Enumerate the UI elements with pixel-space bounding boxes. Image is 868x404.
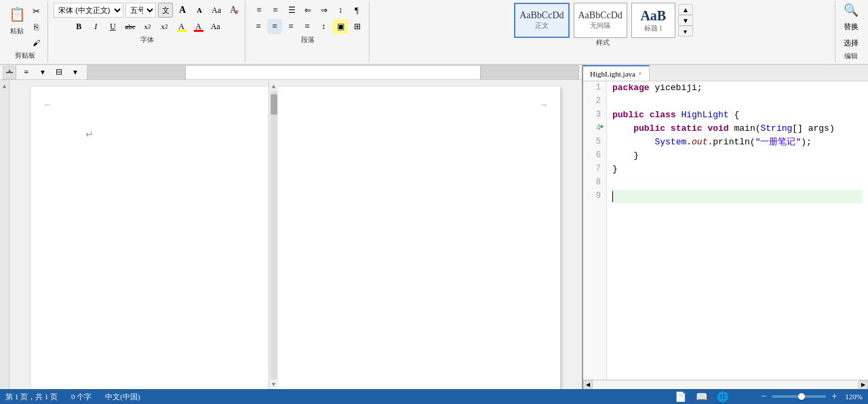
decrease-indent-button[interactable]: ⇐ — [300, 3, 315, 18]
sort-button[interactable]: ↕ — [333, 3, 348, 18]
shading-fill-button[interactable]: ▣ — [332, 19, 349, 34]
code-content[interactable]: package yicebiji; public class HighLight… — [607, 81, 868, 380]
scroll-track[interactable] — [271, 91, 277, 380]
font-name-select[interactable]: 宋体 (中文正文) — [54, 3, 123, 18]
shrink-font-button[interactable]: A — [192, 3, 207, 18]
clear-format-button[interactable]: A✗ — [226, 3, 241, 18]
list-dropdown[interactable]: ▼ — [35, 65, 50, 80]
styles-expand[interactable]: ▾ — [678, 26, 693, 37]
indent-level-btn[interactable]: ⊟ — [52, 65, 66, 80]
line-num-6: 6 — [589, 149, 601, 163]
align-center-button[interactable]: ≡ — [267, 19, 282, 34]
line-num-2: 2 — [589, 95, 601, 108]
styles-scroll-up[interactable]: ▲ — [678, 4, 693, 15]
code-line-2[interactable] — [612, 95, 863, 108]
grow-font-button[interactable]: A — [175, 3, 190, 18]
indent-level-dropdown[interactable]: ▼ — [68, 65, 83, 80]
code-line-7[interactable]: } — [612, 163, 863, 176]
format-painter-button[interactable]: 🖌 — [28, 35, 43, 50]
styles-scroll-down[interactable]: ▼ — [678, 15, 693, 26]
code-line-1[interactable]: package yicebiji; — [612, 81, 863, 95]
strikethrough-button[interactable]: abc — [122, 19, 138, 34]
cut-button[interactable]: ✂ — [28, 4, 43, 19]
font-size-select[interactable]: 五号 — [125, 3, 156, 18]
scroll-thumb[interactable] — [271, 94, 277, 115]
java-tab-close-btn[interactable]: × — [638, 70, 642, 77]
java-bottom-scrollbar[interactable]: ◀ ▶ — [583, 380, 868, 389]
ruler-toggle[interactable] — [3, 66, 16, 79]
subscript-button[interactable]: x2 — [140, 19, 155, 34]
cl-highlight: HighLight — [681, 108, 728, 123]
line-num-9: 9 — [589, 190, 601, 203]
document-page[interactable]: ⌐ ¬ └ ┘ ↵ — [31, 87, 560, 389]
code-line-4[interactable]: public static void main( String [] args) — [612, 122, 863, 136]
code-line-3[interactable]: public class HighLight { — [612, 108, 863, 122]
edit-group: 🔍 替换 选择 编辑 — [837, 1, 865, 62]
scroll-up-btn[interactable]: ▲ — [271, 83, 277, 89]
vertical-scrollbar[interactable]: ▲ ▼ — [269, 81, 278, 389]
change-case-button[interactable]: Aa — [209, 3, 224, 18]
code-line-6[interactable]: } — [612, 149, 863, 163]
zoom-out-btn[interactable]: − — [758, 391, 769, 402]
align-right-button[interactable]: ≡ — [283, 19, 298, 34]
bold-button[interactable]: B — [71, 19, 86, 34]
wen-special-button[interactable]: 文 — [158, 3, 173, 18]
bullets-button[interactable]: ≡ — [252, 3, 267, 18]
copy-button[interactable]: ⎘ — [28, 20, 43, 35]
line-spacing-button[interactable]: ↕ — [316, 19, 331, 34]
text-highlight-button[interactable]: A — [174, 19, 189, 34]
page-corner-tl: ⌐ — [45, 100, 50, 110]
list-style-btn[interactable]: ≡ — [19, 65, 34, 80]
sp-4c: main( — [729, 122, 761, 136]
indent-6: } — [612, 149, 639, 163]
italic-button[interactable]: I — [88, 19, 103, 34]
page-info: 第 1 页，共 1 页 — [5, 392, 58, 402]
style-normal[interactable]: AaBbCcDd 正文 — [514, 3, 569, 38]
superscript-button[interactable]: x2 — [157, 19, 172, 34]
line-num-3: 3 — [589, 108, 601, 122]
style-heading1[interactable]: AaB 标题 1 — [631, 3, 675, 38]
style-nospace[interactable]: AaBbCcDd 无间隔 — [574, 3, 627, 38]
select-button[interactable]: 选择 — [841, 35, 861, 50]
print-view-btn[interactable]: 📄 — [672, 389, 689, 404]
replace-button[interactable]: 替换 — [841, 19, 861, 34]
code-line-5[interactable]: System . out .println( "一册笔记" ); — [612, 136, 863, 149]
zoom-area: − + 120% — [758, 391, 863, 402]
increase-indent-button[interactable]: ⇒ — [317, 3, 332, 18]
align-left-button[interactable]: ≡ — [251, 19, 266, 34]
show-marks-button[interactable]: ¶ — [349, 3, 364, 18]
code-line-8[interactable] — [612, 176, 863, 190]
page-info-text: 第 1 页，共 1 页 — [5, 392, 58, 402]
borders-button[interactable]: ⊞ — [350, 19, 365, 34]
scroll-down-btn[interactable]: ▼ — [271, 381, 277, 388]
multilevel-button[interactable]: ☰ — [284, 3, 299, 18]
toolbar-row-1: 📋 粘贴 ✂ ⎘ 🖌 剪贴板 宋体 (中文正文) 五号 文 — [0, 0, 868, 64]
shading-button[interactable]: Aa — [208, 19, 223, 34]
word-editor: ≡ ▼ ⊟ ▼ ▲ — [0, 65, 583, 389]
char-count-text: 0 个字 — [71, 392, 92, 402]
zoom-thumb[interactable] — [798, 393, 805, 400]
sp-3a — [644, 108, 650, 123]
full-read-btn[interactable]: 📖 — [693, 389, 710, 404]
zoom-slider[interactable] — [772, 395, 826, 398]
editor-scroll[interactable]: ▲ ⌐ ¬ └ ┘ ↵ — [0, 80, 582, 389]
zoom-level: 120% — [845, 392, 863, 401]
style-nospace-text: AaBbCcDd — [578, 10, 623, 21]
code-line-9[interactable] — [612, 190, 863, 203]
java-file-tab[interactable]: HighLight.java × — [583, 65, 650, 81]
str-value: "一册笔记" — [755, 136, 802, 150]
justify-button[interactable]: ≡ — [300, 19, 315, 34]
java-code-area[interactable]: 1 2 3 4◆ 5 6 7 8 9 package yicebiji; — [583, 81, 868, 380]
font-color-button[interactable]: A — [191, 19, 206, 34]
scroll-track-h[interactable] — [594, 382, 857, 388]
find-button[interactable]: 🔍 — [841, 3, 861, 18]
document-content[interactable]: ↵ — [85, 127, 506, 385]
underline-button[interactable]: U — [105, 19, 120, 34]
kw-void: void — [707, 122, 728, 136]
scroll-right-btn[interactable]: ▶ — [859, 380, 868, 390]
zoom-in-btn[interactable]: + — [829, 391, 840, 402]
numbering-button[interactable]: ≡ — [268, 3, 283, 18]
paste-button[interactable]: 📋 — [7, 3, 27, 26]
web-view-btn[interactable]: 🌐 — [714, 389, 731, 404]
scroll-left-btn[interactable]: ◀ — [583, 380, 593, 390]
